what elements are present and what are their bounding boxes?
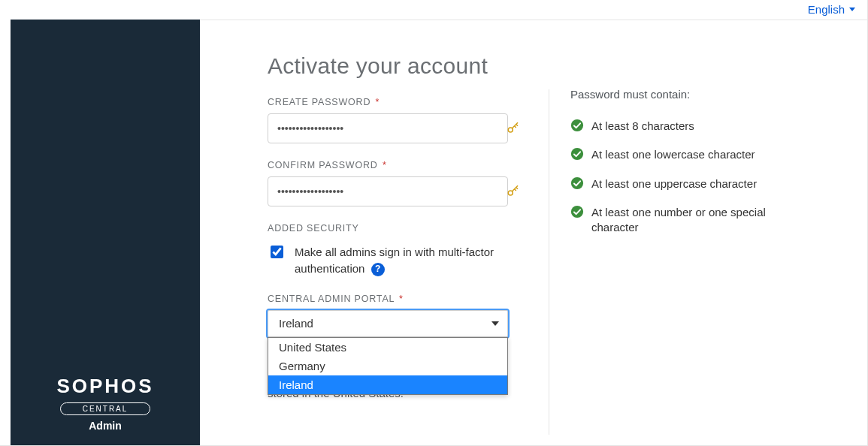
portal-label: CENTRAL ADMIN PORTAL * [268, 294, 528, 304]
key-icon [507, 121, 520, 134]
language-selector[interactable]: English [808, 3, 855, 16]
confirm-password-input[interactable] [268, 176, 508, 206]
requirement-item: At least 8 characters [570, 119, 837, 134]
requirements-title: Password must contain: [570, 88, 837, 101]
portal-option[interactable]: Ireland [268, 375, 507, 394]
svg-point-1 [508, 191, 513, 195]
requirements-column: Password must contain: At least 8 charac… [570, 53, 837, 445]
brand-tier: CENTRAL [60, 402, 150, 415]
create-password-label: CREATE PASSWORD * [268, 97, 528, 107]
brand-role: Admin [11, 420, 200, 432]
svg-point-5 [571, 206, 583, 218]
svg-point-0 [508, 128, 513, 132]
help-icon[interactable]: ? [371, 263, 385, 276]
language-label: English [808, 3, 845, 16]
portal-selected-value: Ireland [279, 317, 313, 330]
check-circle-icon [570, 147, 584, 161]
svg-point-4 [571, 176, 583, 188]
requirement-item: At least one uppercase character [570, 176, 837, 191]
svg-point-2 [571, 119, 583, 131]
brand-panel: SOPHOS CENTRAL Admin [11, 20, 200, 445]
brand-wordmark: SOPHOS [11, 375, 200, 398]
main-content: Activate your account CREATE PASSWORD * … [200, 20, 867, 445]
portal-select-wrap: Ireland United States Germany Ireland [268, 310, 508, 337]
check-circle-icon [570, 176, 584, 190]
portal-dropdown: United States Germany Ireland [268, 337, 508, 395]
check-circle-icon [570, 119, 584, 132]
check-circle-icon [570, 205, 584, 218]
create-password-field: CREATE PASSWORD * [268, 97, 528, 143]
vertical-divider [549, 89, 549, 435]
chevron-down-icon [491, 321, 499, 326]
confirm-password-label: CONFIRM PASSWORD * [268, 160, 528, 170]
portal-option[interactable]: United States [268, 338, 507, 357]
form-column: Activate your account CREATE PASSWORD * … [268, 53, 528, 445]
key-icon [507, 184, 520, 197]
added-security-label: ADDED SECURITY [268, 223, 528, 234]
mfa-label: Make all admins sign in with multi-facto… [295, 244, 528, 277]
svg-point-3 [571, 148, 583, 160]
requirement-item: At least one lowercase character [570, 147, 837, 162]
brand-block: SOPHOS CENTRAL Admin [11, 375, 200, 432]
caret-down-icon [849, 8, 855, 11]
mfa-row: Make all admins sign in with multi-facto… [268, 244, 528, 277]
confirm-password-field: CONFIRM PASSWORD * [268, 160, 528, 206]
portal-option[interactable]: Germany [268, 357, 507, 375]
requirement-item: At least one number or one special chara… [570, 205, 837, 236]
page-title: Activate your account [268, 53, 528, 79]
mfa-checkbox[interactable] [271, 246, 283, 258]
create-password-input[interactable] [268, 113, 508, 143]
portal-select[interactable]: Ireland [268, 310, 508, 337]
